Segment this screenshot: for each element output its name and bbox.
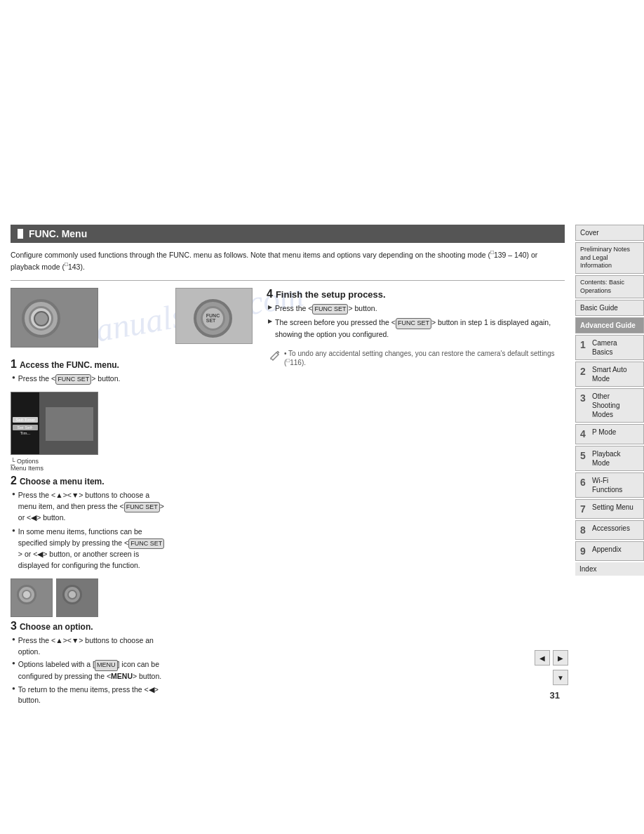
step1-heading: 1 Access the FUNC. menu. [11, 358, 165, 371]
step4-image-area: FUNCSET [175, 288, 260, 370]
content-columns: 1 Access the FUNC. menu. ● Press the <FU… [11, 288, 565, 714]
step2-body: ● Press the <▲><▼> buttons to choose a m… [11, 490, 165, 571]
sidebar-item-index[interactable]: Index [575, 562, 644, 576]
step4-body: ▶ Press the <FUNC SET> button. ▶ The scr… [267, 303, 565, 340]
step4-container: FUNCSET 4 Finish the setup process. ▶ Pr… [175, 288, 565, 370]
step2-camera-image: Self-Timer Set Self-Tim... [11, 392, 98, 455]
sidebar-item-cover[interactable]: Cover [575, 225, 644, 241]
step2-label: Choose a menu item. [20, 477, 105, 486]
funcset-btn-icon2: FUNC SET [396, 318, 431, 329]
note-ref: 116 [290, 359, 302, 367]
sidebar-item-label: Preliminary Notes and Legal Information [580, 246, 630, 269]
sidebar-item-p-mode[interactable]: 4 P Mode [575, 424, 644, 444]
step2-heading: 2 Choose a menu item. [11, 475, 165, 487]
sidebar-item-playback[interactable]: 5 Playback Mode [575, 446, 644, 471]
note-box: • To undo any accidental setting changes… [267, 347, 565, 369]
step3-text3: To return to the menu items, press the <… [18, 684, 165, 707]
note-text: • To undo any accidental setting changes… [284, 350, 562, 366]
step3-bullet1: ● Press the <▲><▼> buttons to choose an … [12, 635, 165, 658]
intro-ref2-text: 143 [68, 263, 81, 271]
note-end: ). [302, 359, 306, 367]
step3-heading: 3 Choose an option. [11, 620, 165, 633]
note-pencil-icon [269, 350, 281, 361]
step4-text2: The screen before you pressed the <FUNC … [275, 317, 565, 340]
bullet-icon: ● [12, 684, 15, 694]
step3-label: Choose an option. [20, 622, 93, 632]
step3-text2: Options labeled with a [MENU] icon can b… [18, 659, 165, 682]
bullet-icon: ● [12, 490, 15, 499]
divider [11, 280, 565, 281]
step2-text2: In some menu items, functions can be spe… [18, 527, 165, 571]
sidebar-item-label: Setting Menu [592, 503, 633, 512]
step1-camera-image [11, 288, 98, 348]
section-title-bar: FUNC. Menu [11, 225, 565, 243]
sidebar-item-other-shooting[interactable]: 3 Other Shooting Modes [575, 388, 644, 423]
step4-bullet1: ▶ Press the <FUNC SET> button. [268, 303, 565, 315]
sidebar-item-setting-menu[interactable]: 7 Setting Menu [575, 499, 644, 519]
sidebar-item-advanced-guide[interactable]: Advanced Guide [575, 317, 644, 333]
bullet-icon: ▶ [268, 317, 272, 326]
step2-image-container: Self-Timer Set Self-Tim... └ Options Men… [11, 392, 98, 472]
sidebar-item-label: Wi-Fi Functions [592, 476, 639, 494]
sidebar-item-label: Basic Guide [580, 304, 618, 312]
sidebar-item-label: Appendix [592, 545, 622, 554]
sidebar-item-prelim[interactable]: Preliminary Notes and Legal Information [575, 242, 644, 274]
sidebar: Cover Preliminary Notes and Legal Inform… [575, 225, 644, 576]
bullet-icon: ● [12, 373, 15, 383]
bullet-icon: ● [12, 635, 15, 644]
step4-bullet2: ▶ The screen before you pressed the <FUN… [268, 317, 565, 340]
bullet-icon: ▶ [268, 303, 272, 312]
step3-num: 3 [11, 620, 17, 633]
sidebar-item-label: Contents: Basic Operations [580, 279, 624, 294]
intro-text: Configure commonly used functions throug… [11, 249, 565, 273]
left-column: 1 Access the FUNC. menu. ● Press the <FU… [11, 288, 165, 714]
sidebar-item-label: Camera Basics [592, 338, 639, 357]
step1-label: Access the FUNC. menu. [20, 360, 119, 370]
step4-label: Finish the setup process. [276, 289, 386, 300]
step4-button-image: FUNCSET [175, 288, 253, 344]
sidebar-item-label: Accessories [592, 524, 630, 533]
menu-icon: MENU [95, 660, 118, 671]
step2-num: 2 [11, 475, 17, 487]
section-title: FUNC. Menu [29, 228, 87, 239]
step4-text-area: 4 Finish the setup process. ▶ Press the … [267, 288, 565, 370]
intro-ref1-text: 139 – 140 [494, 251, 527, 259]
step3-bullet2: ● Options labeled with a [MENU] icon can… [12, 659, 165, 682]
sidebar-index-label: Index [579, 565, 596, 573]
sidebar-num: 6 [580, 476, 590, 489]
sidebar-item-wifi[interactable]: 6 Wi-Fi Functions [575, 472, 644, 498]
sidebar-num: 3 [580, 392, 590, 404]
sidebar-item-accessories[interactable]: 8 Accessories [575, 520, 644, 540]
right-column: FUNCSET 4 Finish the setup process. ▶ Pr… [175, 288, 565, 714]
step3-body: ● Press the <▲><▼> buttons to choose an … [11, 635, 165, 706]
sidebar-item-contents[interactable]: Contents: Basic Operations [575, 275, 644, 298]
step1-body: ● Press the <FUNC SET> button. [11, 373, 165, 385]
funcset-btn-icon: FUNC SET [312, 304, 348, 315]
sidebar-item-smart-auto[interactable]: 2 Smart Auto Mode [575, 362, 644, 387]
step1-bullet1: ● Press the <FUNC SET> button. [12, 373, 165, 385]
sidebar-item-label: Playback Mode [592, 449, 639, 468]
step3-text1: Press the <▲><▼> buttons to choose an op… [18, 635, 165, 658]
step2-options-label: └ Options [11, 458, 98, 465]
sidebar-item-label: Cover [580, 229, 599, 237]
step2-text1: Press the <▲><▼> buttons to choose a men… [18, 490, 165, 524]
sidebar-item-basic-guide[interactable]: Basic Guide [575, 300, 644, 316]
main-content: FUNC. Menu Configure commonly used funct… [7, 225, 568, 713]
step1-num: 1 [11, 358, 17, 371]
sidebar-item-label: Advanced Guide [580, 322, 636, 329]
step3-image-pair [11, 578, 165, 617]
step4-text1: Press the <FUNC SET> button. [275, 303, 377, 315]
menu-items-label-text: Menu Items [11, 465, 43, 472]
sidebar-item-appendix[interactable]: 9 Appendix [575, 541, 644, 561]
intro-end: ). [80, 263, 84, 271]
step4-num: 4 [267, 288, 273, 300]
sidebar-num: 2 [580, 365, 590, 378]
sidebar-item-label: Smart Auto Mode [592, 365, 639, 383]
step2-bullet2: ● In some menu items, functions can be s… [12, 527, 165, 571]
sidebar-num: 8 [580, 524, 590, 536]
bullet-icon: ● [12, 659, 15, 668]
options-label-text: Options [17, 458, 39, 465]
page-wrapper: manualshive.com Cover Preliminary Notes … [0, 0, 644, 834]
sidebar-num: 9 [580, 545, 590, 557]
sidebar-item-camera-basics[interactable]: 1 Camera Basics [575, 335, 644, 360]
